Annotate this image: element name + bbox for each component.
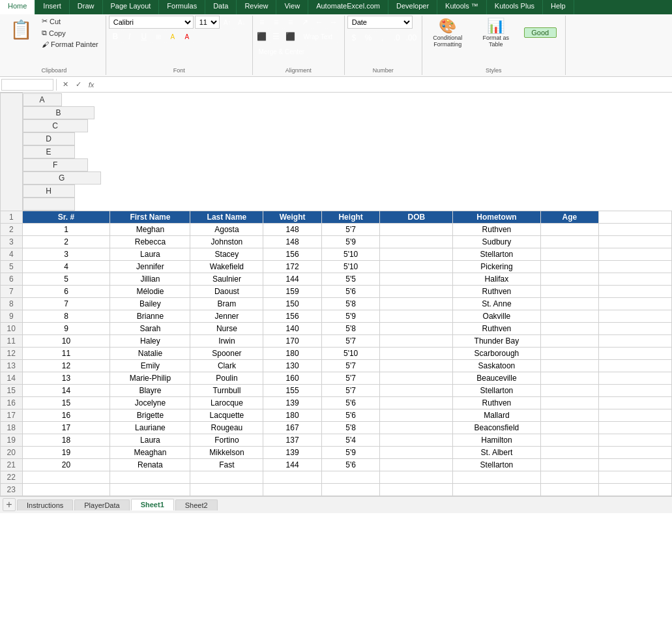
cell-last-6[interactable]: Saulnier bbox=[190, 273, 263, 285]
cell-weight-15[interactable]: 155 bbox=[263, 384, 322, 396]
header-age[interactable]: Age bbox=[540, 211, 599, 223]
cell-last-9[interactable]: Jenner bbox=[190, 310, 263, 322]
cell-weight-5[interactable]: 172 bbox=[263, 260, 322, 273]
cell-height-19[interactable]: 5'4 bbox=[321, 434, 380, 446]
increase-decimal-btn[interactable]: .00 bbox=[405, 31, 418, 44]
cell-age-9[interactable] bbox=[540, 310, 599, 322]
cell-sr-13[interactable]: 12 bbox=[22, 359, 110, 372]
formula-input[interactable] bbox=[98, 79, 671, 91]
header-hometown[interactable]: Hometown bbox=[453, 211, 540, 223]
cancel-formula-btn[interactable]: ✕ bbox=[59, 79, 71, 91]
cell-extra-17[interactable] bbox=[599, 409, 672, 421]
cell-sr-21[interactable]: 20 bbox=[22, 458, 110, 471]
cell-hometown-20[interactable]: St. Albert bbox=[453, 446, 540, 458]
cell-age-13[interactable] bbox=[540, 359, 599, 372]
cell-hometown-17[interactable]: Mallard bbox=[453, 409, 540, 421]
cell-dob-13[interactable] bbox=[380, 359, 453, 372]
cell-hometown-5[interactable]: Pickering bbox=[453, 260, 540, 273]
cell-dob-8[interactable] bbox=[380, 297, 453, 310]
cell-sr-11[interactable]: 10 bbox=[22, 334, 110, 347]
cell-first-11[interactable]: Haley bbox=[110, 334, 190, 347]
format-table-button[interactable]: 📊 Format as Table bbox=[473, 16, 519, 50]
cell-dob-7[interactable] bbox=[380, 285, 453, 297]
col-header-b[interactable]: B bbox=[23, 106, 95, 119]
cell-extra-3[interactable] bbox=[599, 235, 672, 248]
cell-first-4[interactable]: Laura bbox=[110, 248, 190, 260]
cell-first-5[interactable]: Jennifer bbox=[110, 260, 190, 273]
cell-weight-3[interactable]: 148 bbox=[263, 235, 322, 248]
cell-age-20[interactable] bbox=[540, 446, 599, 458]
cell-hometown-9[interactable]: Oakville bbox=[453, 310, 540, 322]
cell-first-18[interactable]: Lauriane bbox=[110, 421, 190, 434]
cell-hometown-21[interactable]: Stellarton bbox=[453, 458, 540, 471]
cell-sr-19[interactable]: 18 bbox=[22, 434, 110, 446]
fill-color-button[interactable]: A bbox=[166, 30, 179, 43]
cell-sr-5[interactable]: 4 bbox=[22, 260, 110, 273]
paste-button[interactable]: 📋 bbox=[5, 16, 37, 44]
cell-weight-19[interactable]: 137 bbox=[263, 434, 322, 446]
tab-kutools-plus[interactable]: Kutools Plus bbox=[487, 0, 543, 14]
align-top-left-btn[interactable]: ≡ bbox=[256, 16, 269, 29]
cell-extra-header[interactable] bbox=[599, 211, 672, 223]
bold-button[interactable]: B bbox=[109, 30, 122, 43]
cell-first-15[interactable]: Blayre bbox=[110, 384, 190, 396]
cell-weight-21[interactable]: 144 bbox=[263, 458, 322, 471]
cell-age-7[interactable] bbox=[540, 285, 599, 297]
cell-first-2[interactable]: Meghan bbox=[110, 223, 190, 235]
cell-extra-4[interactable] bbox=[599, 248, 672, 260]
cell-age-12[interactable] bbox=[540, 347, 599, 359]
cell-age-5[interactable] bbox=[540, 260, 599, 273]
cell-dob-12[interactable] bbox=[380, 347, 453, 359]
align-top-right-btn[interactable]: ≡ bbox=[284, 16, 297, 29]
cell-height-9[interactable]: 5'9 bbox=[321, 310, 380, 322]
cell-weight-7[interactable]: 159 bbox=[263, 285, 322, 297]
cell-extra-19[interactable] bbox=[599, 434, 672, 446]
cell-first-10[interactable]: Sarah bbox=[110, 322, 190, 334]
cell-last-11[interactable]: Irwin bbox=[190, 334, 263, 347]
cell-hometown-19[interactable]: Hamilton bbox=[453, 434, 540, 446]
cell-age-21[interactable] bbox=[540, 458, 599, 471]
decrease-decimal-btn[interactable]: .0 bbox=[390, 31, 403, 44]
cell-age-6[interactable] bbox=[540, 273, 599, 285]
cell-sr-14[interactable]: 13 bbox=[22, 372, 110, 384]
cut-button[interactable]: ✂ Cut bbox=[38, 16, 102, 27]
cell-extra-15[interactable] bbox=[599, 384, 672, 396]
cell-weight-20[interactable]: 139 bbox=[263, 446, 322, 458]
cell-weight-13[interactable]: 130 bbox=[263, 359, 322, 372]
indent-less-btn[interactable]: ← bbox=[313, 16, 326, 29]
sheet-tab-instructions[interactable]: Instructions bbox=[17, 499, 73, 511]
cell-age-3[interactable] bbox=[540, 235, 599, 248]
cell-first-17[interactable]: Brigette bbox=[110, 409, 190, 421]
cell-extra-21[interactable] bbox=[599, 458, 672, 471]
percent-btn[interactable]: % bbox=[362, 31, 375, 44]
cell-weight-4[interactable]: 156 bbox=[263, 248, 322, 260]
comma-btn[interactable]: , bbox=[376, 31, 389, 44]
tab-developer[interactable]: Developer bbox=[388, 0, 437, 14]
copy-button[interactable]: ⧉ Copy bbox=[38, 27, 102, 38]
cell-height-2[interactable]: 5'7 bbox=[321, 223, 380, 235]
cell-hometown-8[interactable]: St. Anne bbox=[453, 297, 540, 310]
cell-last-8[interactable]: Bram bbox=[190, 297, 263, 310]
cell-age-10[interactable] bbox=[540, 322, 599, 334]
cell-first-16[interactable]: Jocelyne bbox=[110, 396, 190, 409]
add-sheet-button[interactable]: + bbox=[3, 498, 16, 511]
cell-sr-8[interactable]: 7 bbox=[22, 297, 110, 310]
cell-sr-12[interactable]: 11 bbox=[22, 347, 110, 359]
cell-height-16[interactable]: 5'6 bbox=[321, 396, 380, 409]
align-center-btn[interactable]: ☰ bbox=[270, 30, 283, 43]
cell-age-17[interactable] bbox=[540, 409, 599, 421]
cell-weight-2[interactable]: 148 bbox=[263, 223, 322, 235]
cell-age-2[interactable] bbox=[540, 223, 599, 235]
italic-button[interactable]: I bbox=[123, 30, 136, 43]
cell-dob-20[interactable] bbox=[380, 446, 453, 458]
cell-extra-8[interactable] bbox=[599, 297, 672, 310]
cell-dob-5[interactable] bbox=[380, 260, 453, 273]
header-height[interactable]: Height bbox=[321, 211, 380, 223]
cell-first-14[interactable]: Marie-Philip bbox=[110, 372, 190, 384]
tab-draw[interactable]: Draw bbox=[70, 0, 103, 14]
cell-weight-14[interactable]: 160 bbox=[263, 372, 322, 384]
cell-height-7[interactable]: 5'6 bbox=[321, 285, 380, 297]
cell-height-15[interactable]: 5'7 bbox=[321, 384, 380, 396]
cell-first-20[interactable]: Meaghan bbox=[110, 446, 190, 458]
cell-dob-15[interactable] bbox=[380, 384, 453, 396]
